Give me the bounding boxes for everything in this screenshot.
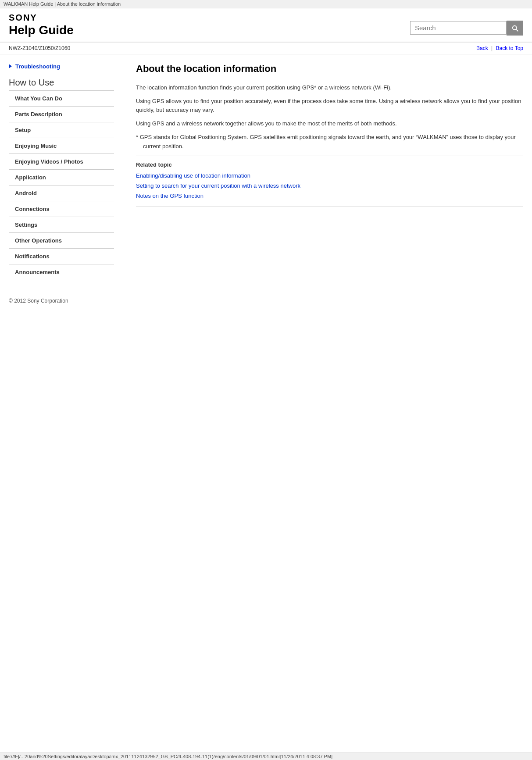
list-item: Notifications <box>9 249 114 264</box>
related-link-1[interactable]: Enabling/disabling use of location infor… <box>136 171 523 181</box>
sidebar-item-application[interactable]: Application <box>9 170 114 185</box>
related-topic-heading: Related topic <box>136 161 523 168</box>
search-input[interactable] <box>410 21 507 35</box>
model-number: NWZ-Z1040/Z1050/Z1060 <box>9 45 70 51</box>
back-to-top-link[interactable]: Back to Top <box>496 45 523 51</box>
list-item: Connections <box>9 201 114 217</box>
back-link[interactable]: Back <box>476 45 488 51</box>
sidebar-item-what-you-can-do[interactable]: What You Can Do <box>9 91 114 106</box>
nav-separator: | <box>491 45 493 51</box>
related-link-3[interactable]: Notes on the GPS function <box>136 191 523 201</box>
sub-header: NWZ-Z1040/Z1050/Z1060 Back | Back to Top <box>0 43 532 54</box>
related-section: Related topic Enabling/disabling use of … <box>136 156 523 207</box>
paragraph-3: Using GPS and a wireless network togethe… <box>136 119 523 128</box>
browser-title: WALKMAN Help Guide | About the location … <box>0 0 532 8</box>
content-body: The location information function finds … <box>136 83 523 151</box>
related-link-2[interactable]: Setting to search for your current posit… <box>136 181 523 191</box>
sidebar-item-notifications[interactable]: Notifications <box>9 249 114 264</box>
troubleshooting-label: Troubleshooting <box>15 63 60 70</box>
footnote: * GPS stands for Global Positioning Syst… <box>136 133 523 151</box>
sidebar-item-parts-description[interactable]: Parts Description <box>9 107 114 122</box>
list-item: Parts Description <box>9 107 114 122</box>
header-brand: SONY Help Guide <box>9 13 74 37</box>
site-header: SONY Help Guide <box>0 8 532 43</box>
search-icon <box>511 24 519 32</box>
sidebar-item-settings[interactable]: Settings <box>9 217 114 232</box>
paragraph-2: Using GPS allows you to find your positi… <box>136 97 523 115</box>
list-item: Enjoying Videos / Photos <box>9 154 114 170</box>
search-area <box>410 21 523 36</box>
search-button[interactable] <box>507 21 523 36</box>
list-item: Application <box>9 170 114 186</box>
page-title: About the location information <box>136 63 523 76</box>
list-item: Settings <box>9 217 114 233</box>
troubleshooting-link[interactable]: Troubleshooting <box>9 63 114 70</box>
list-item: Android <box>9 186 114 201</box>
how-to-use-heading: How to Use <box>9 78 114 91</box>
nav-links: Back | Back to Top <box>476 45 523 51</box>
sidebar-item-android[interactable]: Android <box>9 186 114 201</box>
paragraph-1: The location information function finds … <box>136 83 523 93</box>
list-item: Other Operations <box>9 233 114 249</box>
sidebar-item-enjoying-videos[interactable]: Enjoying Videos / Photos <box>9 154 114 169</box>
list-item: Announcements <box>9 264 114 280</box>
footer: © 2012 Sony Corporation <box>0 289 532 313</box>
copyright: © 2012 Sony Corporation <box>9 298 68 304</box>
sidebar: Troubleshooting How to Use What You Can … <box>9 63 123 280</box>
sidebar-item-connections[interactable]: Connections <box>9 201 114 217</box>
list-item: Enjoying Music <box>9 138 114 154</box>
sidebar-nav: What You Can Do Parts Description Setup … <box>9 91 114 280</box>
sidebar-item-announcements[interactable]: Announcements <box>9 264 114 280</box>
sony-logo: SONY <box>9 13 74 23</box>
list-item: Setup <box>9 122 114 138</box>
related-links: Enabling/disabling use of location infor… <box>136 171 523 201</box>
sidebar-item-enjoying-music[interactable]: Enjoying Music <box>9 138 114 153</box>
list-item: What You Can Do <box>9 91 114 107</box>
sidebar-item-other-operations[interactable]: Other Operations <box>9 233 114 248</box>
help-guide-title: Help Guide <box>9 24 74 37</box>
content-area: About the location information The locat… <box>123 63 523 280</box>
sidebar-item-setup[interactable]: Setup <box>9 122 114 138</box>
main-layout: Troubleshooting How to Use What You Can … <box>0 54 532 289</box>
chevron-right-icon <box>9 64 12 68</box>
